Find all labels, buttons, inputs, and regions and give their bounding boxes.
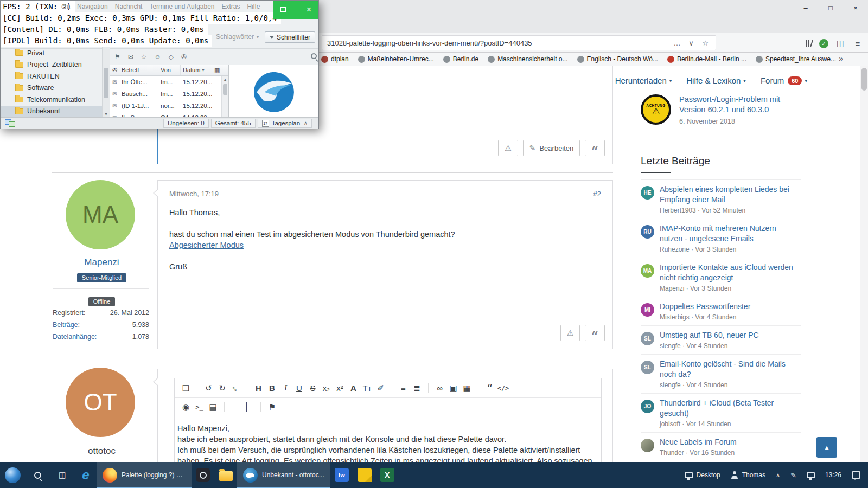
scrollbar-thumb[interactable] <box>104 68 108 98</box>
highlight-icon[interactable]: ✐ <box>374 383 387 393</box>
menubar-item[interactable]: Hilfe <box>247 3 260 10</box>
latest-post-item[interactable]: RU IMAP-Konto mit mehreren Nutzern nutze… <box>641 219 801 258</box>
latest-post-title[interactable]: Email-Konto gelöscht - Sind die Mails no… <box>660 359 801 380</box>
folder-item[interactable]: Unbekannt <box>1 106 102 118</box>
preview-icon[interactable]: ◉ <box>179 402 193 412</box>
subscript-icon[interactable]: x₂ <box>320 383 333 393</box>
editor-icon[interactable] <box>197 383 197 393</box>
bookmark-item[interactable]: Berlin.de-Mail - Berlin ... <box>667 55 746 63</box>
thunderbird-taskbar-button[interactable]: Unbekannt - ottotoc... <box>237 462 330 488</box>
scrollbar-thumb[interactable] <box>223 84 227 95</box>
report-button[interactable]: ⚠ <box>498 140 518 156</box>
close-button[interactable]: × <box>307 5 311 14</box>
addon-check-icon[interactable]: ✓ <box>819 39 828 48</box>
book-icon[interactable]: ▤ <box>206 402 220 412</box>
message-row[interactable]: ✉ Ihr San... CA... 14.12.20... <box>110 112 228 117</box>
hidden-icons-chevron[interactable]: ∧ <box>776 472 780 479</box>
superscript-icon[interactable]: x² <box>333 383 347 393</box>
latest-post-item[interactable]: Neue Labels im Forum Thunder · Vor 16 St… <box>641 433 801 461</box>
bookmark-item[interactable]: dtplan <box>321 55 349 63</box>
attachment-icon[interactable]: ✇ <box>181 53 187 61</box>
code-icon[interactable]: </> <box>496 384 510 392</box>
editor-icon[interactable] <box>260 402 261 412</box>
task-view-button[interactable]: ◫ <box>50 462 75 488</box>
message-row[interactable]: ✉ Ihr Öffe... Im... 15.12.20... <box>110 76 228 88</box>
editor-username[interactable]: ottotoc <box>52 446 152 457</box>
latest-post-item[interactable]: JO Thunderbird + iCloud (Beta Tester ges… <box>641 394 801 433</box>
explorer-taskbar-button[interactable] <box>214 462 237 488</box>
taskbar-search-button[interactable] <box>25 462 50 488</box>
menubar-item[interactable]: Extras <box>222 3 240 10</box>
editor-avatar[interactable]: OT <box>66 368 135 437</box>
terminal-icon[interactable]: >_ <box>193 403 206 411</box>
starred-icon[interactable]: ☆ <box>141 53 147 61</box>
bookmark-item[interactable]: Maschinensicherheit o... <box>488 55 567 63</box>
desktop-toolbar[interactable]: Desktop <box>685 471 720 479</box>
start-button[interactable] <box>0 462 25 488</box>
menubar-item[interactable]: cht <box>61 3 70 10</box>
edge-taskbar-button[interactable]: e <box>75 462 97 488</box>
font-color-icon[interactable]: A <box>347 383 360 393</box>
column-von[interactable]: Von <box>158 65 181 75</box>
bookmark-item[interactable]: Englisch - Deutsch Wö... <box>577 55 658 63</box>
search-icon[interactable] <box>311 53 317 59</box>
excel-taskbar-button[interactable]: X <box>376 462 399 488</box>
scroll-down-icon[interactable]: ▾ <box>103 112 110 117</box>
latest-post-title[interactable]: Umstieg auf TB 60, neuer PC <box>660 330 759 341</box>
folder-scrollbar[interactable]: ▾ <box>102 47 110 117</box>
tagesplan-toggle[interactable]: 17 Tagesplan ∧ <box>258 119 312 128</box>
heading-icon[interactable]: H <box>252 383 265 393</box>
scrollbar-thumb[interactable] <box>861 68 867 91</box>
cursor-icon[interactable]: ▏ <box>242 402 256 412</box>
list-scrollbar[interactable]: ▴ <box>221 76 228 117</box>
strikethrough-icon[interactable]: S <box>306 383 320 393</box>
italic-icon[interactable]: I <box>279 383 292 393</box>
forum-nav-item[interactable]: Forum 60 ▾ <box>761 76 807 85</box>
latest-post-item[interactable]: MA Importierte Kontakte aus iCloud werde… <box>641 258 801 297</box>
announcement[interactable]: ACHTUNG ⚠ Passwort-/Login-Problem mit Ve… <box>641 94 801 128</box>
action-center-icon[interactable] <box>852 471 860 479</box>
menubar-item[interactable]: Navigation <box>77 3 108 10</box>
folder-item[interactable]: Telekommunikation <box>1 94 102 106</box>
bookmark-star-icon[interactable]: ☆ <box>698 39 712 47</box>
comment-icon[interactable]: “ <box>483 386 496 390</box>
pin-icon[interactable]: ⚑ <box>114 53 120 61</box>
page-scrollbar[interactable] <box>860 66 868 462</box>
fullscreen-icon[interactable]: ↔ <box>228 380 244 396</box>
camera-app-taskbar-button[interactable] <box>192 462 214 488</box>
latest-post-item[interactable]: SL Email-Konto gelöscht - Sind die Mails… <box>641 355 801 394</box>
latest-post-title[interactable]: Abspielen eines kompletten Liedes bei Em… <box>660 184 801 205</box>
font-size-icon[interactable]: Tᴛ <box>360 383 374 393</box>
menubar-item[interactable]: Nachricht <box>115 3 143 10</box>
latest-post-title[interactable]: Doppeltes Passwortfenster <box>660 301 750 312</box>
editor-icon[interactable] <box>428 383 429 393</box>
bookmarks-overflow-icon[interactable]: » <box>839 54 843 63</box>
bookmark-item[interactable]: Berlin.de <box>443 55 478 63</box>
scroll-up-icon[interactable]: ▴ <box>222 77 228 82</box>
latest-post-title[interactable]: Importierte Kontakte aus iCloud werden n… <box>660 262 801 283</box>
flag-icon[interactable]: ⚑ <box>265 402 279 412</box>
post-2-username[interactable]: Mapenzi <box>52 257 152 268</box>
notes-app-taskbar-button[interactable] <box>353 462 376 488</box>
forum-nav-item[interactable]: Herunterladen ▾ <box>615 76 672 85</box>
report-button[interactable]: ⚠ <box>560 325 580 341</box>
restore-button[interactable] <box>280 7 286 12</box>
image-icon[interactable]: ▣ <box>446 383 460 393</box>
contact-icon[interactable]: ☺ <box>155 53 161 61</box>
folder-item[interactable]: Project_Zeitblüten <box>1 59 102 71</box>
folder-item[interactable]: Software <box>1 82 102 94</box>
edit-button[interactable]: ✎Bearbeiten <box>523 140 580 156</box>
message-row[interactable]: ✉ Bausch... Im... 15.12.20... <box>110 88 228 100</box>
attachment-column-icon[interactable]: ✇ <box>110 65 119 75</box>
library-icon[interactable] <box>805 40 813 47</box>
list-icon[interactable]: ≡ <box>397 383 410 393</box>
bookmark-item[interactable]: Maßeinheiten-Umrec... <box>358 55 434 63</box>
unread-icon[interactable]: ✉ <box>128 53 133 61</box>
redo-icon[interactable]: ↻ <box>215 383 229 393</box>
editor-icon[interactable] <box>224 402 225 412</box>
menubar-item[interactable]: Termine und Aufgaben <box>149 3 214 10</box>
editor-text-area[interactable]: Hallo Mapenzi,habe ich eben ausprobiert,… <box>175 416 601 462</box>
tag-icon[interactable]: ◇ <box>169 53 174 61</box>
latest-post-title[interactable]: IMAP-Konto mit mehreren Nutzern nutzen -… <box>660 223 801 244</box>
underline-icon[interactable]: U <box>292 383 306 393</box>
